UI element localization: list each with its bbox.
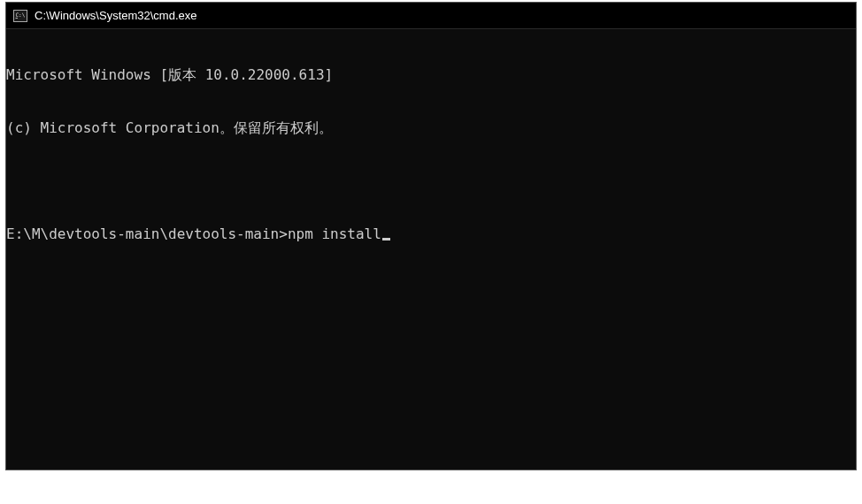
cursor bbox=[382, 238, 390, 241]
titlebar-text: C:\Windows\System32\cmd.exe bbox=[35, 9, 197, 22]
command-text: npm install bbox=[288, 225, 381, 243]
output-line: (c) Microsoft Corporation。保留所有权利。 bbox=[6, 119, 856, 137]
svg-text:C:\: C:\ bbox=[16, 11, 26, 17]
titlebar[interactable]: C:\ C:\Windows\System32\cmd.exe bbox=[6, 3, 856, 29]
output-line: Microsoft Windows [版本 10.0.22000.613] bbox=[6, 66, 856, 84]
cmd-icon: C:\ bbox=[13, 9, 27, 23]
prompt-line: E:\M\devtools-main\devtools-main>npm ins… bbox=[6, 225, 856, 243]
prompt-text: E:\M\devtools-main\devtools-main> bbox=[6, 225, 288, 243]
blank-line bbox=[6, 172, 856, 190]
cmd-window: C:\ C:\Windows\System32\cmd.exe Microsof… bbox=[5, 2, 857, 470]
terminal-area[interactable]: Microsoft Windows [版本 10.0.22000.613] (c… bbox=[6, 29, 856, 470]
